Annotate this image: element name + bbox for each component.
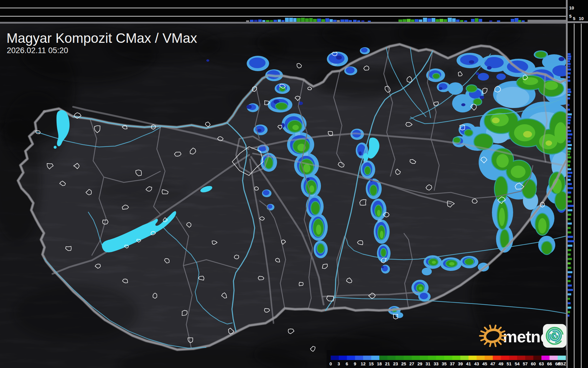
echo-core [544, 81, 558, 90]
right-profile-bar [568, 214, 571, 216]
echo-blue [249, 58, 266, 68]
echo-blue [460, 55, 478, 65]
top-profile-bar [368, 21, 371, 22]
colorbar-label: 33 [434, 361, 439, 366]
top-profile-bar [353, 20, 357, 22]
right-profile-tick-10: 10 [579, 16, 584, 21]
top-profile-bar [522, 20, 525, 22]
right-profile-bar [568, 175, 571, 177]
top-profile-bar [301, 18, 305, 22]
top-profile-tick-5: 5 [569, 14, 571, 19]
colorbar-segment [533, 356, 542, 360]
echo-navy [487, 66, 492, 70]
top-profile-bar [325, 18, 329, 22]
colorbar-label: 18 [377, 361, 382, 366]
right-profile-bar [568, 153, 570, 156]
colorbar-segment [339, 356, 347, 360]
top-profile-bar [285, 18, 289, 22]
top-profile-tick-10: 10 [569, 5, 574, 10]
right-profile-bar [568, 284, 572, 287]
right-profile-bar [568, 140, 571, 143]
right-profile-bar [568, 267, 571, 269]
echo-green [467, 85, 477, 92]
echo-navy [257, 129, 261, 132]
right-profile-bar [568, 76, 570, 78]
echo-green [536, 52, 546, 58]
echo-core [316, 225, 321, 235]
right-profile-bar [568, 218, 571, 220]
colorbar-segment [525, 356, 533, 360]
colorbar-label: 39 [458, 361, 463, 366]
right-profile-bar [568, 223, 572, 225]
panel-divider [566, 0, 568, 368]
right-profile-bar [568, 133, 572, 135]
colorbar-segment [501, 356, 509, 360]
top-profile-bar [250, 20, 253, 22]
echo-core [449, 262, 454, 266]
right-profile-bar [568, 311, 570, 313]
echo-core [499, 208, 505, 226]
right-profile-bar [568, 55, 571, 58]
dbz-colorbar: 0369121518212325272931333537394143454749… [327, 350, 566, 368]
top-profile-bar [258, 19, 262, 22]
right-profile-bar [568, 60, 570, 62]
right-profile-bar [568, 302, 571, 304]
right-profile-bar [568, 227, 571, 229]
echo-green [474, 99, 481, 105]
echo-green [280, 87, 285, 91]
colorbar-segment [460, 356, 469, 360]
right-profile-bar [568, 137, 571, 139]
top-profile-bar [270, 20, 273, 22]
right-profile-bar [568, 271, 572, 273]
right-profile-bar [568, 63, 571, 65]
right-profile-bar [568, 293, 571, 295]
right-profile-tick-5: 5 [573, 16, 575, 21]
top-profile-bar [411, 19, 414, 22]
right-profile-bar [568, 307, 571, 309]
echo-navy [476, 72, 479, 75]
echo-blue [361, 48, 368, 53]
right-profile-panel [568, 22, 588, 368]
top-profile-bar [349, 20, 352, 22]
colorbar-label: 63 [539, 361, 544, 366]
top-profile-bar [427, 18, 431, 22]
colorbar-segment [541, 356, 550, 360]
echo-blue [420, 293, 428, 299]
colorbar-label: 15 [369, 361, 374, 366]
top-profile-bar [357, 20, 360, 22]
top-profile-bar [497, 20, 500, 22]
top-profile-bar [345, 19, 348, 22]
echo-core [432, 261, 436, 264]
top-profile-bar [403, 19, 406, 22]
timestamp: 2026.02.11 05:20 [7, 46, 68, 55]
right-profile-bar [568, 89, 571, 91]
right-profile-bar [568, 253, 571, 256]
right-profile-bar [568, 172, 572, 174]
top-profile-bar [452, 18, 456, 22]
echo-green [365, 167, 370, 174]
colorbar-label: 41 [466, 361, 471, 366]
top-profile-bar [289, 18, 293, 22]
top-profile-bar [479, 19, 482, 22]
right-profile-bar [568, 109, 570, 111]
right-profile-bar [568, 130, 571, 132]
top-profile-panel [0, 0, 566, 22]
top-profile-bar [361, 20, 364, 22]
echo-navy [461, 103, 465, 106]
right-profile-bar [568, 200, 572, 202]
colorbar-label: 27 [409, 361, 414, 366]
right-profile-bar [568, 245, 572, 247]
echo-navy [359, 151, 362, 156]
top-profile-bar [511, 19, 514, 22]
colorbar-segment [436, 356, 444, 360]
colorbar-segment [412, 356, 420, 360]
right-profile-bar [568, 196, 571, 198]
echo-green [433, 74, 439, 78]
colorbar-unit: dBZ [557, 361, 566, 366]
colorbar-label: 54 [515, 361, 520, 366]
echo-green [370, 185, 377, 195]
echo-navy [439, 87, 442, 90]
echo-core [523, 77, 538, 85]
top-profile-bar [515, 18, 518, 22]
right-profile-bar [568, 156, 571, 158]
